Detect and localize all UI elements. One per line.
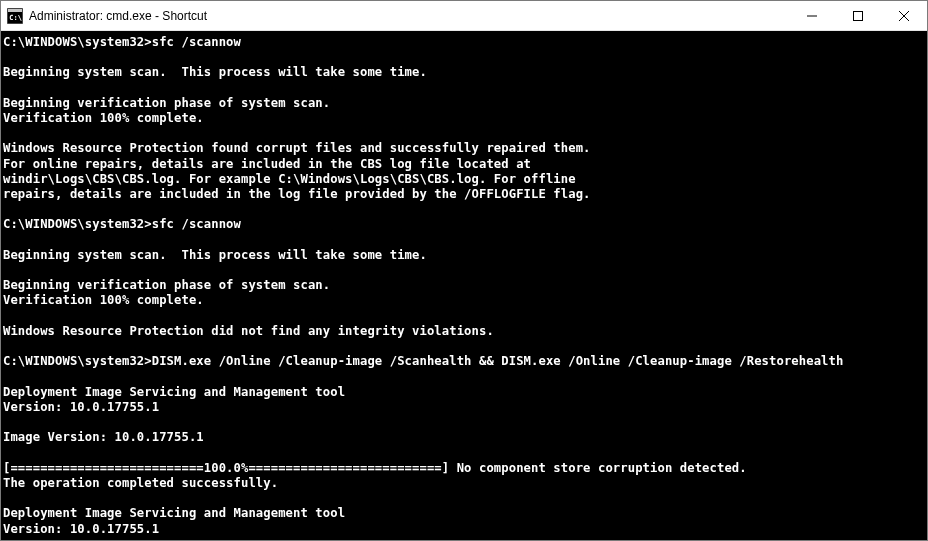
minimize-button[interactable] bbox=[789, 1, 835, 30]
terminal-line: Image Version: 10.0.17755.1 bbox=[3, 430, 925, 445]
terminal-line: C:\WINDOWS\system32>sfc /scannow bbox=[3, 35, 925, 50]
terminal-line: Windows Resource Protection did not find… bbox=[3, 324, 925, 339]
terminal-line: For online repairs, details are included… bbox=[3, 157, 925, 172]
svg-rect-1 bbox=[8, 9, 22, 12]
terminal-line: Verification 100% complete. bbox=[3, 111, 925, 126]
terminal-line: Version: 10.0.17755.1 bbox=[3, 400, 925, 415]
terminal-line: The operation completed successfully. bbox=[3, 476, 925, 491]
terminal-line: C:\WINDOWS\system32>DISM.exe /Online /Cl… bbox=[3, 354, 925, 369]
terminal-line: Version: 10.0.17755.1 bbox=[3, 522, 925, 537]
titlebar[interactable]: C:\ Administrator: cmd.exe - Shortcut bbox=[1, 1, 927, 31]
terminal-line bbox=[3, 491, 925, 506]
cmd-window: C:\ Administrator: cmd.exe - Shortcut C:… bbox=[0, 0, 928, 541]
terminal-line bbox=[3, 415, 925, 430]
close-button[interactable] bbox=[881, 1, 927, 30]
terminal-line bbox=[3, 263, 925, 278]
terminal-line bbox=[3, 81, 925, 96]
terminal-line bbox=[3, 233, 925, 248]
maximize-button[interactable] bbox=[835, 1, 881, 30]
svg-rect-4 bbox=[854, 11, 863, 20]
terminal-line bbox=[3, 50, 925, 65]
terminal-line bbox=[3, 126, 925, 141]
terminal-line bbox=[3, 202, 925, 217]
window-title: Administrator: cmd.exe - Shortcut bbox=[29, 9, 207, 23]
cmd-icon: C:\ bbox=[7, 8, 23, 24]
terminal-line bbox=[3, 445, 925, 460]
terminal-line: Windows Resource Protection found corrup… bbox=[3, 141, 925, 156]
terminal-line: C:\WINDOWS\system32>sfc /scannow bbox=[3, 217, 925, 232]
terminal-line: Beginning verification phase of system s… bbox=[3, 96, 925, 111]
terminal-line bbox=[3, 369, 925, 384]
terminal-line: Beginning system scan. This process will… bbox=[3, 248, 925, 263]
window-controls bbox=[789, 1, 927, 30]
terminal-line: Beginning system scan. This process will… bbox=[3, 65, 925, 80]
terminal-line: Verification 100% complete. bbox=[3, 293, 925, 308]
terminal-line: Deployment Image Servicing and Managemen… bbox=[3, 506, 925, 521]
terminal-line: Beginning verification phase of system s… bbox=[3, 278, 925, 293]
terminal-line: repairs, details are included in the log… bbox=[3, 187, 925, 202]
terminal-line bbox=[3, 339, 925, 354]
svg-text:C:\: C:\ bbox=[9, 14, 22, 22]
terminal-line: windir\Logs\CBS\CBS.log. For example C:\… bbox=[3, 172, 925, 187]
terminal-line bbox=[3, 537, 925, 540]
terminal-output[interactable]: C:\WINDOWS\system32>sfc /scannow Beginni… bbox=[1, 31, 927, 540]
terminal-line bbox=[3, 309, 925, 324]
terminal-line: [==========================100.0%=======… bbox=[3, 461, 925, 476]
terminal-line: Deployment Image Servicing and Managemen… bbox=[3, 385, 925, 400]
